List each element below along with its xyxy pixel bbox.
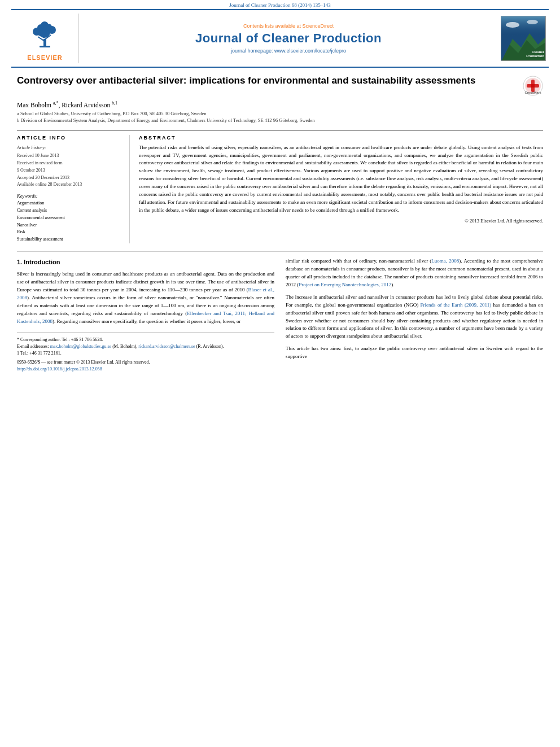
journal-cover-block: CleanerProduction xyxy=(498,14,549,63)
abstract-heading: ABSTRACT xyxy=(139,135,543,141)
section-divider xyxy=(17,251,543,252)
elsevier-logo-block: ELSEVIER xyxy=(11,14,79,63)
article-info-abstract-section: ARTICLE INFO Article history: Received 1… xyxy=(17,130,543,243)
intro-para1: Silver is increasingly being used in con… xyxy=(17,270,274,326)
article-history: Article history: Received 10 June 2013 R… xyxy=(17,144,124,189)
journal-title-center: Contents lists available at ScienceDirec… xyxy=(79,14,498,63)
intro-para4: This article has two aims: first, to ana… xyxy=(286,345,543,361)
body-right-column: similar risk compared with that of ordin… xyxy=(286,257,543,373)
body-columns: 1. Introduction Silver is increasingly b… xyxy=(17,257,543,373)
revised-date: Received in revised form9 October 2013 xyxy=(17,160,124,174)
email1-author: (M. Boholm), xyxy=(112,344,137,349)
ref-ellenbecker[interactable]: Ellenbecker and Tsai, 2011; Helland and … xyxy=(17,311,274,324)
authors-line: Max Boholm a,*, Rickard Arvidsson b,1 xyxy=(17,101,543,108)
journal-cover-image: CleanerProduction xyxy=(501,16,546,61)
svg-text:CrossMark: CrossMark xyxy=(524,91,541,94)
abstract-column: ABSTRACT The potential risks and benefit… xyxy=(139,135,543,243)
intro-para2: similar risk compared with that of ordin… xyxy=(286,257,543,289)
ref-luoma[interactable]: Luoma, 2008 xyxy=(431,258,459,264)
journal-header: ELSEVIER Contents lists available at Sci… xyxy=(11,9,549,68)
footer-notes: * Corresponding author. Tel.: +46 31 786… xyxy=(17,333,274,373)
keyword-risk: Risk xyxy=(17,229,124,236)
email-label: E-mail addresses: xyxy=(17,344,49,349)
journal-reference-text: Journal of Cleaner Production 68 (2014) … xyxy=(229,2,330,8)
author1: Max Boholm a,*, xyxy=(17,102,62,108)
author2: Rickard Arvidsson b,1 xyxy=(62,102,117,108)
article-info-column: ARTICLE INFO Article history: Received 1… xyxy=(17,135,130,243)
email2-author: (R. Arvidsson). xyxy=(196,344,224,349)
keywords-section: Keywords: Argumentation Content analysis… xyxy=(17,193,124,243)
issn-line: 0959-6526/$ — see front matter © 2013 El… xyxy=(17,359,274,366)
abstract-copyright: © 2013 Elsevier Ltd. All rights reserved… xyxy=(139,218,543,224)
email1-link[interactable]: max.boholm@globalstudies.gu.se xyxy=(50,344,111,349)
ref-friends[interactable]: Friends of the Earth (2009, 2011) xyxy=(421,302,492,308)
intro-heading: 1. Introduction xyxy=(17,257,274,267)
ref-project[interactable]: Project on Emerging Nanotechnologies, 20… xyxy=(299,282,391,287)
svg-point-16 xyxy=(506,22,519,28)
keyword-sustainability: Sustainability assessment xyxy=(17,236,124,243)
journal-reference-bar: Journal of Cleaner Production 68 (2014) … xyxy=(0,0,560,9)
sciencedirect-line: Contents lists available at ScienceDirec… xyxy=(243,23,334,29)
sciencedirect-prefix: Contents lists available at xyxy=(243,23,303,29)
journal-homepage: journal homepage: www.elsevier.com/locat… xyxy=(231,48,346,54)
article-info-heading: ARTICLE INFO xyxy=(17,135,124,141)
email2-link[interactable]: rickard.arvidsson@chalmers.se xyxy=(138,344,195,349)
keyword-environmental: Environmental assessment xyxy=(17,215,124,222)
footnote-corresponding: * Corresponding author. Tel.: +46 31 786… xyxy=(17,337,274,343)
keyword-nanosilver: Nanosilver xyxy=(17,222,124,229)
elsevier-label: ELSEVIER xyxy=(27,54,62,61)
online-date: Available online 28 December 2013 xyxy=(17,181,124,189)
ref-blaser[interactable]: Blaser et al., 2008 xyxy=(17,287,274,300)
homepage-prefix: journal homepage: xyxy=(231,48,274,54)
cover-text: CleanerProduction xyxy=(502,50,544,58)
received-date: Received 10 June 2013 xyxy=(17,152,124,160)
svg-point-17 xyxy=(527,20,538,24)
affiliations: a School of Global Studies, University o… xyxy=(17,111,543,124)
keywords-label: Keywords: xyxy=(17,193,124,199)
article-title-section: Controversy over antibacterial silver: i… xyxy=(17,75,543,96)
affiliation-b: b Division of Environmental System Analy… xyxy=(17,117,543,124)
journal-main-title: Journal of Cleaner Production xyxy=(195,31,382,46)
affiliation-a: a School of Global Studies, University o… xyxy=(17,111,543,117)
footnote-email: E-mail addresses: max.boholm@globalstudi… xyxy=(17,343,274,350)
abstract-text: The potential risks and benefits of usin… xyxy=(139,144,543,215)
elsevier-emblem-icon xyxy=(29,21,60,52)
article-content: Controversy over antibacterial silver: i… xyxy=(17,75,543,373)
sciencedirect-label[interactable]: ScienceDirect xyxy=(303,23,334,29)
body-left-column: 1. Introduction Silver is increasingly b… xyxy=(17,257,274,373)
intro-para3: The increase in antibacterial silver and… xyxy=(286,294,543,341)
svg-point-11 xyxy=(41,21,49,29)
keyword-argumentation: Argumentation xyxy=(17,200,124,207)
keyword-content-analysis: Content analysis xyxy=(17,207,124,215)
article-title: Controversy over antibacterial silver: i… xyxy=(17,75,517,87)
footnote-tel: 1 Tel.: +46 31 772 2161. xyxy=(17,350,274,357)
doi-link[interactable]: http://dx.doi.org/10.1016/j.jclepro.2013… xyxy=(17,366,274,373)
crossmark-icon[interactable]: CrossMark xyxy=(523,76,543,96)
accepted-date: Accepted 20 December 2013 xyxy=(17,174,124,182)
history-label: Article history: xyxy=(17,144,124,152)
svg-rect-21 xyxy=(527,84,539,88)
homepage-url[interactable]: www.elsevier.com/locate/jclepro xyxy=(274,48,346,54)
